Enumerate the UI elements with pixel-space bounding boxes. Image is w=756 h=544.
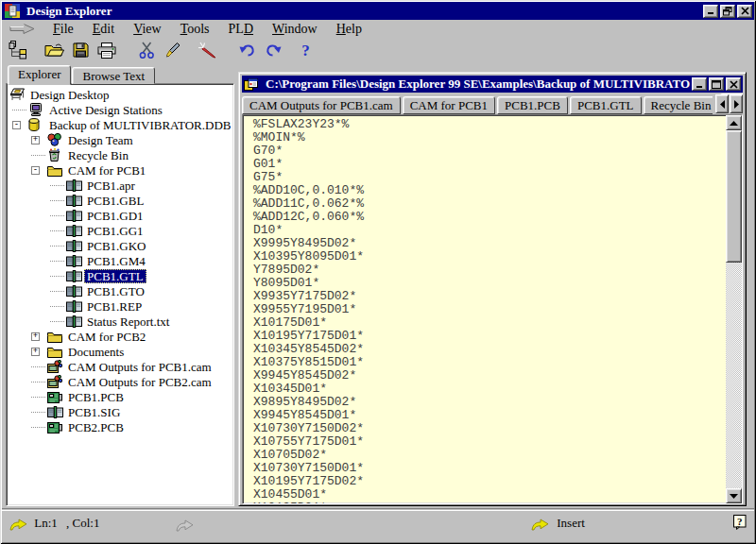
tree-item-recycle-bin[interactable]: Recycle Bin (9, 147, 233, 162)
editor-area: %FSLAX23Y23*%%MOIN*%G70*G01*G75*%ADD10C,… (242, 114, 743, 504)
paste-icon (164, 42, 181, 59)
menu-help[interactable]: Help (327, 21, 371, 38)
doc-minimize-button[interactable] (692, 77, 707, 91)
tree-item-pcb1-gg1[interactable]: PCB1.GG1 (9, 223, 233, 238)
undo-button[interactable] (233, 39, 260, 61)
code-line: G70* (253, 144, 726, 158)
redo-button[interactable] (260, 39, 286, 61)
scroll-up-button[interactable] (726, 115, 742, 130)
code-line: G01* (253, 158, 726, 171)
open-button[interactable] (41, 39, 67, 61)
tree-item-pcb1-sig[interactable]: PCB1.SIG (9, 404, 233, 419)
code-line: Y8095D01* (253, 277, 726, 290)
tree-item-design-desktop[interactable]: Design Desktop (9, 87, 233, 102)
help-icon: ? (300, 42, 312, 59)
menu-drop-arrow-icon[interactable] (9, 23, 36, 35)
tree-item-pcb1-apr[interactable]: PCB1.apr (9, 178, 233, 193)
tree-item-active-design-stations[interactable]: Active Design Stations (9, 102, 233, 117)
code-line: %FSLAX23Y23*% (253, 118, 726, 131)
doc-tab-label: Recycle Bin (651, 98, 712, 113)
doc-tab-pcb1-gtl[interactable]: PCB1.GTL (570, 96, 642, 114)
tree-branch-line (47, 246, 66, 246)
pcb-icon (47, 421, 65, 434)
title-bar: Design Explorer (2, 2, 754, 20)
tree-branch-line (47, 321, 66, 322)
tab-scroll-right-button[interactable] (730, 94, 743, 113)
print-button[interactable] (94, 39, 120, 61)
help-indicator[interactable]: ? (733, 514, 747, 530)
expand-toggle-icon[interactable]: + (31, 332, 40, 341)
menu-file[interactable]: File (43, 21, 83, 38)
tree-item-backup-of-multivibrator-ddb[interactable]: -Backup of MULTIVIBRATOR.DDB (9, 117, 233, 132)
minimize-button[interactable] (703, 5, 718, 18)
tree-item-pcb1-gbl[interactable]: PCB1.GBL (9, 193, 233, 208)
help-button[interactable]: ? (292, 39, 318, 61)
doc-tab-recycle-bin[interactable]: Recycle Bin (644, 96, 719, 114)
tree-item-pcb1-gtl[interactable]: PCB1.GTL (9, 268, 233, 283)
menu-view[interactable]: View (124, 21, 171, 38)
document-window-controls (690, 77, 741, 91)
expand-toggle-icon[interactable]: + (31, 136, 40, 144)
help-bubble-icon: ? (733, 515, 747, 530)
scroll-thumb[interactable] (726, 130, 742, 263)
tree-item-documents[interactable]: +Documents (9, 344, 233, 359)
doc-maximize-button[interactable] (709, 77, 724, 91)
menu-pld[interactable]: PLD (219, 21, 263, 38)
document-tabs: CAM Outputs for PCB1.camCAM for PCB1PCB1… (242, 93, 743, 114)
tree-item-pcb1-gto[interactable]: PCB1.GTO (9, 283, 233, 298)
design-manager-button[interactable] (5, 39, 31, 61)
expand-toggle-icon[interactable]: + (31, 348, 40, 356)
code-line: X10395Y8095D01* (253, 250, 726, 264)
code-line: X10730Y7150D02* (253, 422, 726, 435)
tree-item-cam-outputs-for-pcb2-cam[interactable]: CAM Outputs for PCB2.cam (9, 374, 233, 389)
tree-item-pcb2-pcb[interactable]: PCB2.PCB (9, 419, 233, 434)
tree-item-pcb1-gm4[interactable]: PCB1.GM4 (9, 253, 233, 268)
collapse-toggle-icon[interactable]: - (31, 166, 40, 175)
code-line: %MOIN*% (253, 131, 726, 144)
close-button[interactable] (737, 5, 752, 18)
tree-item-label: PCB1.GKO (84, 239, 149, 253)
secondary-arrow-icon (176, 517, 194, 532)
doc-tab-cam-for-pcb1[interactable]: CAM for PCB1 (403, 96, 495, 114)
tree-item-label: CAM for PCB1 (65, 163, 148, 178)
editor[interactable]: %FSLAX23Y23*%%MOIN*%G70*G01*G75*%ADD10C,… (243, 115, 726, 503)
design-explorer-window: Design Explorer FileEditViewToolsPLDWind… (0, 0, 756, 544)
tree-item-pcb1-pcb[interactable]: PCB1.PCB (9, 389, 233, 404)
menu-tools[interactable]: Tools (171, 21, 219, 38)
save-button[interactable] (67, 39, 94, 61)
doc-icon (66, 210, 84, 222)
tree-item-design-team[interactable]: +Design Team (9, 132, 233, 147)
doc-tab-pcb1-pcb[interactable]: PCB1.PCB (497, 96, 568, 114)
scroll-down-button[interactable] (726, 488, 742, 503)
doc-tab-cam-outputs-for-pcb1-cam[interactable]: CAM Outputs for PCB1.cam (242, 96, 401, 114)
tree-item-pcb1-gko[interactable]: PCB1.GKO (9, 238, 233, 253)
insert-label: Insert (557, 516, 585, 530)
open-icon (44, 43, 64, 58)
left-tab-browse-text[interactable]: Browse Text (72, 67, 155, 84)
tree-item-pcb1-gd1[interactable]: PCB1.GD1 (9, 208, 233, 223)
window-controls (701, 5, 752, 18)
left-tab-explorer[interactable]: Explorer (8, 65, 71, 85)
wand-button[interactable] (194, 39, 220, 61)
code-line: X10730Y7150D01* (253, 462, 726, 475)
tab-scroll-left-button[interactable] (715, 94, 729, 113)
collapse-toggle-icon[interactable]: - (12, 121, 21, 129)
code-line: X9945Y8545D02* (253, 369, 726, 382)
tree-branch-line (28, 427, 47, 428)
tree-item-cam-outputs-for-pcb1-cam[interactable]: CAM Outputs for PCB1.cam (9, 359, 233, 374)
restore-button[interactable] (720, 5, 735, 18)
tree-branch-line (47, 291, 66, 292)
tree-item-cam-for-pcb1[interactable]: -CAM for PCB1 (9, 162, 233, 178)
cam-icon (47, 375, 65, 388)
paste-button[interactable] (160, 39, 186, 61)
insert-mode-indicator: Insert (531, 516, 585, 531)
scroll-track[interactable] (726, 130, 742, 488)
menu-window[interactable]: Window (263, 21, 327, 38)
menu-edit[interactable]: Edit (83, 21, 124, 38)
tree-item-cam-for-pcb2[interactable]: +CAM for PCB2 (9, 329, 233, 344)
doc-icon (66, 179, 84, 192)
doc-close-button[interactable] (726, 77, 741, 91)
tree-item-pcb1-rep[interactable]: PCB1.REP (9, 298, 233, 314)
tree-item-status-report-txt[interactable]: Status Report.txt (9, 314, 233, 329)
cut-button[interactable] (133, 39, 160, 61)
